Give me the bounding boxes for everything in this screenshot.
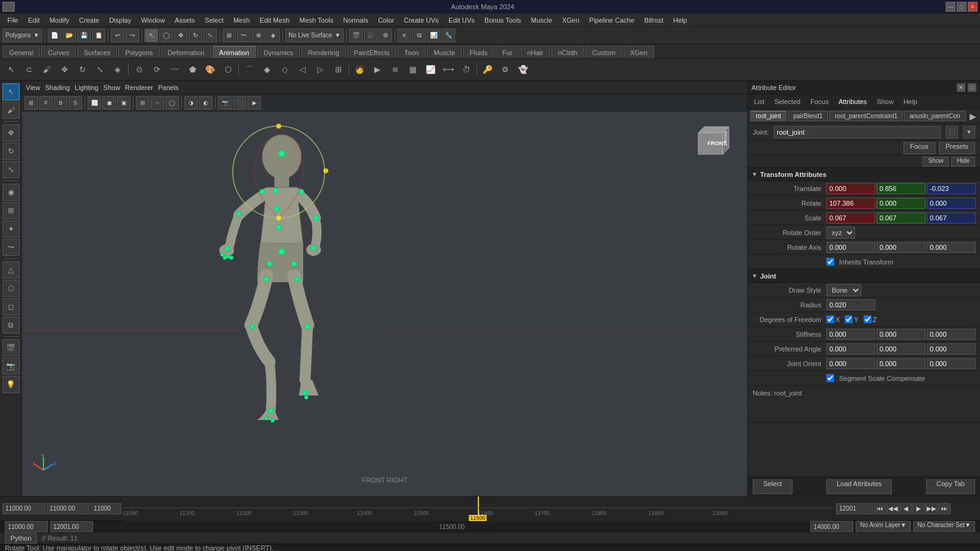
skip-start-btn[interactable]: ⏮ (874, 503, 886, 514)
playback-end-field[interactable] (810, 521, 853, 532)
skin-cluster-btn[interactable]: ⬟ (184, 61, 201, 78)
radius-field[interactable] (826, 299, 875, 310)
retarget-btn[interactable]: ⟷ (440, 61, 457, 78)
attr-editor-btn[interactable]: 📊 (427, 29, 440, 42)
soft-mod-btn[interactable]: ◉ (2, 184, 20, 201)
next-frame-btn[interactable]: ▶▶ (925, 503, 938, 514)
range-start-field[interactable] (5, 521, 48, 532)
view-menu[interactable]: View (26, 84, 40, 91)
attr-tab-selected[interactable]: Selected (771, 97, 804, 107)
vp-select-hl-btn[interactable]: ◐ (199, 96, 213, 110)
menu-mesh-tools[interactable]: Mesh Tools (295, 15, 338, 25)
menu-modify[interactable]: Modify (45, 15, 74, 25)
set-driven-btn[interactable]: ⚙ (497, 61, 514, 78)
minimize-btn[interactable]: — (946, 2, 956, 12)
scale-icon-btn[interactable]: ⤡ (91, 61, 108, 78)
snap-curve-btn[interactable]: 〜 (237, 29, 251, 42)
pref-angle-x-field[interactable] (826, 343, 875, 354)
node-tab-more[interactable]: ▶ (967, 111, 979, 121)
menu-pipeline-cache[interactable]: Pipeline Cache (584, 15, 639, 25)
deformer-btn[interactable]: ⬡ (219, 61, 236, 78)
tab-animation[interactable]: Animation (213, 46, 256, 58)
out-tangent-btn[interactable]: ▷ (312, 61, 329, 78)
char-set-btn[interactable]: No Character Set▼ (913, 521, 975, 532)
new-scene-btn[interactable]: 📄 (48, 29, 61, 42)
curve-btn[interactable]: ⌒ (241, 61, 258, 78)
ghost-btn[interactable]: 👻 (514, 61, 532, 78)
vp-xray-btn[interactable]: ◑ (184, 96, 198, 110)
play-back-btn[interactable]: ◀ (900, 503, 912, 514)
menu-normals[interactable]: Normals (338, 15, 373, 25)
scale-y-field[interactable] (876, 212, 925, 223)
node-tab-parent-constraint[interactable]: root_parentConstraint1 (829, 111, 903, 121)
node-tab-anus-constraint[interactable]: anusIn_parentCon (904, 111, 965, 121)
rotate-axis-y-field[interactable] (876, 242, 925, 253)
undo-btn[interactable]: ↩ (111, 29, 124, 42)
scale-z-field[interactable] (927, 212, 976, 223)
prev-frame-btn[interactable]: ◀◀ (887, 503, 899, 514)
rotate-icon-btn[interactable]: ↻ (74, 61, 91, 78)
menu-xgen[interactable]: XGen (557, 15, 584, 25)
menu-assets[interactable]: Assets (170, 15, 200, 25)
camera-btn[interactable]: 📷 (2, 358, 20, 375)
redo-btn[interactable]: ↪ (126, 29, 139, 42)
focus-btn[interactable]: Focus (903, 142, 935, 154)
menu-file[interactable]: File (2, 15, 23, 25)
hide-btn[interactable]: Hide (951, 157, 975, 167)
copy-tab-btn[interactable]: Copy Tab (926, 479, 975, 494)
snap-point-btn[interactable]: ⊕ (252, 29, 265, 42)
menu-window[interactable]: Window (136, 15, 170, 25)
snap-grid-btn[interactable]: ⊞ (222, 29, 236, 42)
tab-curves[interactable]: Curves (41, 46, 76, 58)
hide-btn[interactable]: ◻ (2, 298, 20, 315)
select-mode-btn[interactable]: ↖ (2, 83, 20, 100)
vp-wire-btn[interactable]: ⬜ (88, 96, 101, 110)
rotate-y-field[interactable] (876, 198, 925, 209)
joint-orient-y-field[interactable] (876, 358, 925, 369)
menu-create-uvs[interactable]: Create UVs (399, 15, 443, 25)
transform-section-header[interactable]: ▼ Transform Attributes (748, 168, 980, 181)
shading-menu[interactable]: Shading (45, 84, 70, 91)
attr-close-btn[interactable]: ✕ (957, 83, 965, 92)
select-icon-btn[interactable]: ↖ (2, 61, 20, 78)
tab-toon[interactable]: Toon (398, 46, 426, 58)
translate-y-field[interactable] (876, 183, 925, 194)
ik-handle-btn[interactable]: ⟳ (148, 61, 165, 78)
rotate-tool-btn[interactable]: ↻ (189, 29, 202, 42)
stiffness-y-field[interactable] (876, 329, 925, 340)
lattice-btn[interactable]: ⊞ (2, 202, 20, 219)
constraint-btn[interactable]: ⊞ (330, 61, 347, 78)
joint-orient-z-field[interactable] (927, 358, 976, 369)
joint-arrow-btn[interactable]: ▼ (963, 126, 975, 138)
channel-box-btn[interactable]: ≡ (398, 29, 411, 42)
python-toggle-btn[interactable]: Python (5, 533, 37, 544)
close-btn[interactable]: ✕ (968, 2, 978, 12)
play-fwd-btn[interactable]: ▶ (913, 503, 925, 514)
stiffness-z-field[interactable] (927, 329, 976, 340)
tab-painteffects[interactable]: PaintEffects (347, 46, 397, 58)
time-editor-btn[interactable]: ⏱ (458, 61, 475, 78)
select-tool-btn[interactable]: ↖ (145, 29, 158, 42)
timeline-current-field[interactable] (47, 503, 89, 514)
skip-end-btn[interactable]: ⏭ (938, 503, 951, 514)
joint-section-header[interactable]: ▼ Joint (748, 269, 980, 283)
menu-mesh[interactable]: Mesh (228, 15, 255, 25)
menu-select[interactable]: Select (200, 15, 228, 25)
dof-x-checkbox[interactable] (826, 315, 834, 323)
rotate-axis-z-field[interactable] (927, 242, 976, 253)
vp-side-btn[interactable]: S (69, 96, 82, 110)
show-all-btn[interactable]: ⬡ (2, 280, 20, 297)
rotate-order-dropdown[interactable]: xyz yzx zxy xzy yxz zyx (826, 227, 855, 239)
select-btn[interactable]: Select (753, 479, 793, 494)
tab-muscle[interactable]: Muscle (427, 46, 462, 58)
live-surface-dropdown[interactable]: No Live Surface ▼ (285, 29, 344, 42)
render-lt-btn[interactable]: 🎬 (2, 339, 20, 356)
vp-shade-wire-btn[interactable]: ▣ (117, 96, 130, 110)
attr-tab-focus[interactable]: Focus (807, 97, 832, 107)
menu-help[interactable]: Help (668, 15, 692, 25)
timeline-ruler[interactable]: 11500 11000 11100 11200 11300 11400 1150… (123, 497, 833, 521)
tab-surfaces[interactable]: Surfaces (77, 46, 117, 58)
paint-select-btn[interactable]: 🖌 (38, 61, 55, 78)
layer-editor-btn[interactable]: ⧉ (412, 29, 426, 42)
vp-cam-btn[interactable]: 📷 (218, 96, 232, 110)
